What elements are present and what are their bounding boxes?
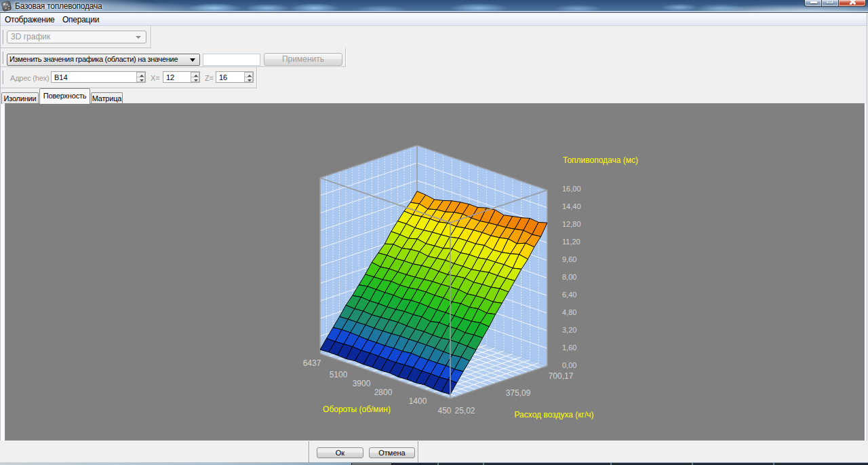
svg-text:11,20: 11,20 <box>562 238 580 246</box>
svg-text:14,40: 14,40 <box>562 202 581 210</box>
svg-text:Обороты (об/мин): Обороты (об/мин) <box>323 405 391 414</box>
svg-text:1400: 1400 <box>409 396 427 406</box>
svg-text:1,60: 1,60 <box>562 343 576 352</box>
svg-text:2800: 2800 <box>374 388 393 397</box>
svg-text:9,60: 9,60 <box>562 255 576 263</box>
svg-text:3,20: 3,20 <box>562 326 576 334</box>
svg-text:25,02: 25,02 <box>454 406 475 415</box>
svg-text:3900: 3900 <box>353 379 371 388</box>
svg-text:450: 450 <box>437 406 451 415</box>
svg-text:16,00: 16,00 <box>562 185 581 193</box>
svg-text:8,00: 8,00 <box>562 273 576 281</box>
svg-text:700,17: 700,17 <box>549 371 574 381</box>
svg-text:5100: 5100 <box>330 370 348 379</box>
svg-text:0,00: 0,00 <box>562 361 576 369</box>
svg-text:6437: 6437 <box>303 358 321 368</box>
svg-text:Расход воздуха (кг/ч): Расход воздуха (кг/ч) <box>515 410 594 420</box>
svg-text:12,80: 12,80 <box>562 220 581 228</box>
svg-text:375,09: 375,09 <box>506 388 531 398</box>
svg-text:6,40: 6,40 <box>562 291 576 299</box>
svg-text:4,80: 4,80 <box>562 308 576 316</box>
svg-text:Топливоподача (мс): Топливоподача (мс) <box>563 155 638 165</box>
